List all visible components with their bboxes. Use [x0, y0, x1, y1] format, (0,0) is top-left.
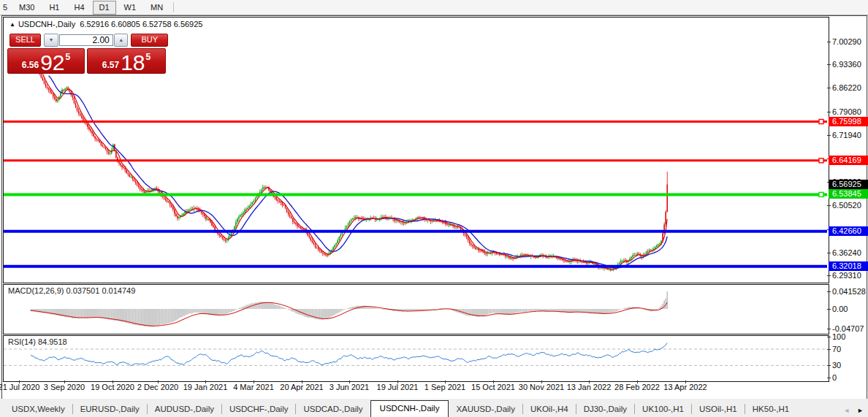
y-axis-tick — [827, 42, 831, 42]
y-axis-tick — [827, 275, 831, 276]
date-axis-label: 3 Sep 2020 — [44, 383, 85, 391]
tab-item-dj30daily[interactable]: DJ30-,Daily — [576, 402, 634, 417]
date-axis-label: 1 Sep 2021 — [425, 383, 465, 391]
y-axis-tick-label: 6.71940 — [832, 131, 861, 139]
rsi-canvas[interactable] — [4, 336, 827, 380]
toolbar-timeframe-button-w1[interactable]: W1 — [118, 1, 143, 15]
chart-title: ▲USDCNH-,Daily 6.52916 6.60805 6.52758 6… — [9, 20, 202, 28]
tab-scroll-left-icon[interactable]: ◄ — [843, 407, 850, 414]
rsi-axis-tick-label: 100 — [832, 332, 845, 341]
toolbar-separator — [173, 2, 174, 12]
date-axis-label: 4 Mar 2021 — [233, 383, 274, 391]
y-axis-tick — [827, 88, 831, 88]
y-axis-tick-label: 6.86220 — [832, 83, 861, 92]
rsi-axis-tick — [827, 365, 831, 366]
tab-item-xauusddaily[interactable]: XAUUSD-,Daily — [449, 402, 522, 417]
y-axis-tick-label: 6.93360 — [832, 60, 861, 69]
tab-scroll-arrows: ◄► — [843, 407, 864, 414]
sell-price-main: 92 — [40, 53, 64, 72]
tab-scroll-right-icon[interactable]: ► — [857, 407, 864, 414]
symbol-tab-bar: USDX,WeeklyEURUSD-,DailyAUDUSD-,DailyUSD… — [0, 399, 868, 417]
volume-increase-button[interactable]: ▲ — [114, 34, 129, 47]
macd-axis-tick — [827, 329, 831, 329]
macd-axis-tick-label: 0.041528 — [832, 287, 866, 296]
rsi-axis-tick-label: 0 — [832, 373, 837, 382]
date-axis-label: 2 Dec 2020 — [137, 383, 178, 391]
toolbar-timeframe-button-m30[interactable]: M30 — [12, 1, 41, 15]
toolbar-timeframe-button-mn[interactable]: MN — [144, 1, 170, 15]
price-tag: 6.42660 — [829, 226, 868, 236]
buy-button[interactable]: BUY — [131, 34, 168, 47]
date-axis-label: 13 Apr 2022 — [663, 383, 707, 391]
y-axis-tick — [827, 205, 831, 206]
sell-price-prefix: 6.56 — [22, 60, 39, 70]
y-axis-tick — [827, 253, 831, 253]
rsi-label: RSI(14) 84.9518 — [8, 337, 67, 346]
volume-decrease-button[interactable]: ▼ — [44, 34, 58, 47]
collapse-arrow-icon[interactable]: ▲ — [9, 21, 15, 28]
tab-item-ukoilh4[interactable]: UKOil-,H4 — [523, 402, 576, 417]
rsi-axis-tick-label: 70 — [832, 345, 841, 353]
buy-price-sup: 5 — [146, 52, 151, 62]
y-axis-tick — [827, 64, 831, 65]
y-axis-tick-label: 6.79080 — [832, 107, 861, 116]
date-axis-label: 19 Jan 2021 — [183, 383, 228, 391]
y-axis-tick-label: 6.36240 — [832, 248, 861, 257]
y-axis-tick — [827, 135, 831, 136]
toolbar-timeframe-button-h1[interactable]: H1 — [42, 1, 66, 15]
price-tag: 6.53845 — [829, 189, 868, 199]
y-axis-tick-label: 6.50520 — [832, 201, 861, 210]
sell-button[interactable]: SELL — [9, 34, 41, 47]
rsi-indicator-pane[interactable]: RSI(14) 84.9518 — [3, 335, 829, 382]
macd-axis-tick — [827, 309, 831, 310]
buy-price-main: 18 — [121, 53, 145, 72]
tab-item-uk100h1[interactable]: UK100-,H1 — [635, 402, 691, 417]
tab-item-usoilh1[interactable]: USOil-,H1 — [692, 402, 745, 417]
macd-label: MACD(12,26,9) 0.037501 0.014749 — [8, 286, 135, 295]
tab-item-usdchfdaily[interactable]: USDCHF-,Daily — [222, 402, 296, 417]
one-click-trading-panel: SELL ▼ ▲ BUY 6.56925 6.57185 — [7, 34, 168, 74]
date-axis-label: 19 Jul 2021 — [377, 383, 419, 391]
date-axis-label: 20 Apr 2021 — [280, 383, 323, 391]
price-tag: 6.56925 — [829, 180, 868, 189]
tab-item-usdxweekly[interactable]: USDX,Weekly — [4, 402, 72, 417]
toolbar-timeframe-button-d1[interactable]: D1 — [93, 1, 116, 15]
y-axis-tick-label: 6.29310 — [832, 271, 861, 280]
price-tag: 6.32018 — [829, 261, 868, 271]
timeframe-toolbar: 5M30H1H4D1W1MN — [0, 0, 868, 15]
chevron-up-icon: ▲ — [118, 37, 123, 42]
sell-price-sup: 5 — [66, 52, 71, 62]
macd-axis-tick-label: 0.00 — [832, 305, 848, 313]
tab-item-hk50h1[interactable]: HK50-,H1 — [745, 402, 797, 417]
date-axis-label: 19 Oct 2020 — [91, 383, 134, 391]
chevron-down-icon: ▼ — [48, 37, 53, 42]
rsi-axis-tick — [827, 337, 831, 337]
buy-price-prefix: 6.57 — [102, 60, 119, 70]
tab-item-eurusddaily[interactable]: EURUSD-,Daily — [73, 402, 147, 417]
macd-axis-tick — [827, 291, 831, 292]
rsi-axis-tick-label: 30 — [832, 361, 841, 370]
date-axis-label: 3 Jun 2021 — [330, 383, 369, 391]
date-axis-label: 30 Nov 2021 — [519, 383, 564, 391]
macd-indicator-pane[interactable]: MACD(12,26,9) 0.037501 0.014749 — [3, 284, 829, 334]
price-tag: 6.75998 — [829, 117, 868, 126]
date-axis-label: 28 Feb 2022 — [614, 383, 660, 391]
buy-price-display[interactable]: 6.57185 — [87, 48, 166, 74]
rsi-axis-tick — [827, 378, 831, 378]
volume-input[interactable] — [59, 34, 113, 46]
y-axis-tick-label: 7.00290 — [832, 37, 861, 46]
chart-title-text: USDCNH-,Daily 6.52916 6.60805 6.52758 6.… — [18, 20, 203, 28]
y-axis-tick — [827, 112, 831, 112]
date-axis-label: 21 Jul 2020 — [0, 383, 39, 391]
date-axis-label: 15 Oct 2021 — [471, 383, 515, 391]
price-tag: 6.64169 — [829, 156, 868, 165]
toolbar-timeframe-button-h4[interactable]: H4 — [67, 1, 91, 15]
rsi-axis-tick — [827, 349, 831, 350]
toolbar-timeframe-button-5[interactable]: 5 — [1, 1, 11, 15]
sell-price-display[interactable]: 6.56925 — [7, 48, 85, 74]
tab-item-audusddaily[interactable]: AUDUSD-,Daily — [148, 402, 221, 417]
chart-window: ▲USDCNH-,Daily 6.52916 6.60805 6.52758 6… — [1, 15, 867, 399]
tab-item-usdcaddaily[interactable]: USDCAD-,Daily — [296, 402, 370, 417]
tab-item-usdcnhdaily[interactable]: USDCNH-,Daily — [370, 400, 449, 417]
date-axis-label: 13 Jan 2022 — [567, 383, 612, 391]
